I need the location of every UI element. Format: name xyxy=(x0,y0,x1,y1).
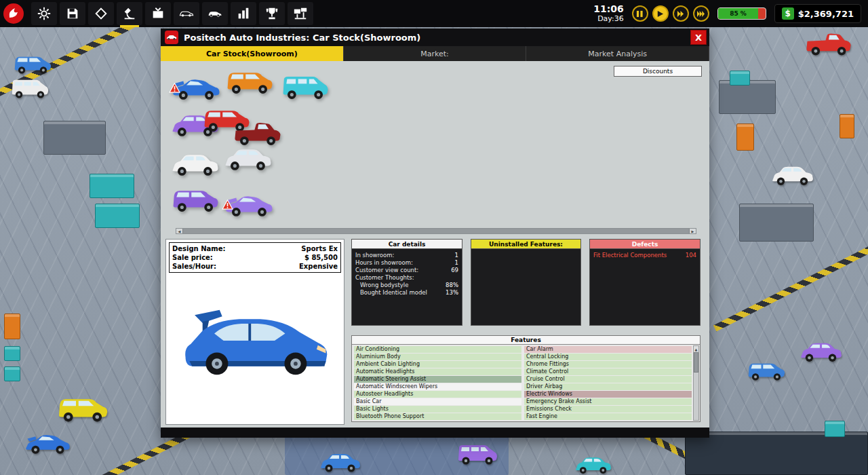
vertical-scrollbar[interactable]: ▲ xyxy=(693,345,699,421)
play-button[interactable] xyxy=(652,5,669,22)
feature-item[interactable]: Autosteer Headlights xyxy=(354,391,521,398)
showroom-car[interactable] xyxy=(170,149,220,180)
feature-item[interactable]: Car Alarm xyxy=(524,346,692,353)
horizontal-scrollbar[interactable]: ◀ ▶ xyxy=(176,228,696,234)
car-details-panel: Car details In showroom:1 Hours in showr… xyxy=(351,239,462,326)
showroom-car[interactable] xyxy=(224,66,275,98)
save-button[interactable] xyxy=(60,2,85,25)
tab-market[interactable]: Market: xyxy=(344,46,527,61)
machine-tank xyxy=(90,174,134,198)
background-car-icon xyxy=(799,338,844,365)
showroom-car[interactable] xyxy=(224,190,275,221)
feature-item[interactable]: Electric Windows xyxy=(524,391,692,398)
sale-price-row: Sale price: $ 85,500 xyxy=(172,253,338,262)
pause-icon xyxy=(636,10,644,18)
play-icon xyxy=(656,10,664,18)
showroom-button[interactable] xyxy=(202,2,228,25)
showroom-car[interactable] xyxy=(170,185,220,216)
sales-rate-row: Sales/Hour: Expensive xyxy=(172,262,338,271)
speed-controls xyxy=(632,5,709,22)
features-right-column: Car Alarm Central Locking Chrome Fitting… xyxy=(524,346,692,420)
sports-car-icon xyxy=(176,304,334,380)
scroll-up-icon[interactable]: ▲ xyxy=(694,346,698,352)
feature-item[interactable]: Automatic Steering Assist xyxy=(354,376,521,383)
game-time: 11:06 xyxy=(593,4,624,14)
background-car-icon xyxy=(746,358,787,383)
uninstalled-features-header: Uninstalled Features: xyxy=(471,240,580,249)
showroom-car[interactable] xyxy=(223,144,273,175)
machine-block xyxy=(43,121,106,155)
fast-forward-button[interactable] xyxy=(673,5,689,22)
selected-car-image xyxy=(166,304,344,380)
car-details-body: In showroom:1 Hours in showroom:1 Custom… xyxy=(352,249,462,325)
tab-market-analysis[interactable]: Market Analysis xyxy=(526,46,709,61)
positech-logo[interactable] xyxy=(0,0,27,27)
feature-item[interactable]: Emergency Brake Assist xyxy=(524,398,692,405)
feature-item[interactable]: Air Conditioning xyxy=(354,346,521,353)
design-name-value: Sports Ex xyxy=(301,244,338,253)
chart-icon xyxy=(236,6,251,21)
car-models-button[interactable] xyxy=(174,2,199,25)
design-panel: Design Name: Sports Ex Sale price: $ 85,… xyxy=(165,239,344,425)
achievements-button[interactable] xyxy=(259,2,285,25)
scrollbar-thumb[interactable] xyxy=(694,352,698,373)
detail-row: Customer view count:69 xyxy=(355,267,458,274)
machine-tank xyxy=(4,366,20,381)
showroom-car[interactable] xyxy=(280,72,330,103)
efficiency-meter: 85 % xyxy=(717,7,766,20)
dialog-titlebar[interactable]: Positech Auto Industries: Car Stock(Show… xyxy=(161,28,709,46)
feature-item[interactable]: Basic Lights xyxy=(354,406,521,413)
tv-icon xyxy=(151,6,165,21)
feature-item[interactable]: Ambient Cabin Lighting xyxy=(354,361,521,368)
money-display: $ $2,369,721 xyxy=(774,4,861,23)
feature-item[interactable]: Bluetooth Phone Support xyxy=(354,413,521,420)
background-car-icon xyxy=(319,449,362,475)
showroom-car[interactable] xyxy=(172,73,222,104)
machine-block xyxy=(739,204,814,242)
game-screen: 11:06 Day:36 85 % xyxy=(0,0,868,475)
vehicle-design-button[interactable] xyxy=(88,2,114,25)
displays-button[interactable] xyxy=(288,2,313,25)
warning-icon xyxy=(169,83,180,93)
tab-car-stock[interactable]: Car Stock(Showroom) xyxy=(161,46,344,61)
feature-item[interactable]: Cruise Control xyxy=(524,376,692,383)
feature-item[interactable]: Climate Control xyxy=(524,368,692,375)
scroll-right-icon[interactable]: ▶ xyxy=(690,229,696,233)
scroll-left-icon[interactable]: ◀ xyxy=(176,229,182,233)
monitors-icon xyxy=(293,6,308,21)
research-button[interactable] xyxy=(117,2,142,25)
features-left-column: Air Conditioning Aluminium Body Ambient … xyxy=(354,346,521,420)
dialog-title: Positech Auto Industries: Car Stock(Show… xyxy=(184,33,420,43)
feature-item[interactable]: Central Locking xyxy=(524,354,692,360)
settings-button[interactable] xyxy=(31,2,57,25)
machine-tank xyxy=(730,71,750,86)
feature-item[interactable]: Emissions Check xyxy=(524,406,692,413)
sales-rate-value: Expensive xyxy=(299,262,338,271)
max-speed-icon xyxy=(697,10,705,18)
feature-item[interactable]: Aluminium Body xyxy=(354,354,521,360)
feature-item[interactable]: Basic Car xyxy=(354,398,521,405)
discounts-button[interactable]: Discounts xyxy=(614,66,702,77)
feature-item[interactable]: Fast Engine xyxy=(524,413,692,420)
car-details-header: Car details xyxy=(352,240,462,249)
features-panel: Features Air Conditioning Aluminium Body… xyxy=(351,335,701,422)
sale-price-label: Sale price: xyxy=(172,253,213,262)
car-icon xyxy=(208,6,222,21)
car-logo-icon xyxy=(166,33,177,41)
scrollbar-thumb[interactable] xyxy=(182,229,690,233)
defect-row: Fit Electrical Components104 xyxy=(593,252,696,259)
marketing-button[interactable] xyxy=(145,2,171,25)
trophy-icon xyxy=(264,6,279,21)
efficiency-value: 85 % xyxy=(718,8,759,19)
uninstalled-features-body xyxy=(471,249,580,325)
feature-item[interactable]: Automatic Headlights xyxy=(354,368,521,375)
detail-row: Customer Thoughts: xyxy=(355,274,458,282)
stats-button[interactable] xyxy=(231,2,256,25)
feature-item[interactable]: Chrome Fittings xyxy=(524,361,692,368)
max-speed-button[interactable] xyxy=(693,5,709,22)
close-button[interactable]: X xyxy=(690,30,707,45)
feature-item[interactable]: Automatic Windscreen Wipers xyxy=(354,383,521,390)
pause-button[interactable] xyxy=(632,5,648,22)
car-outline-icon xyxy=(179,6,194,21)
feature-item[interactable]: Driver Airbag xyxy=(524,383,692,390)
